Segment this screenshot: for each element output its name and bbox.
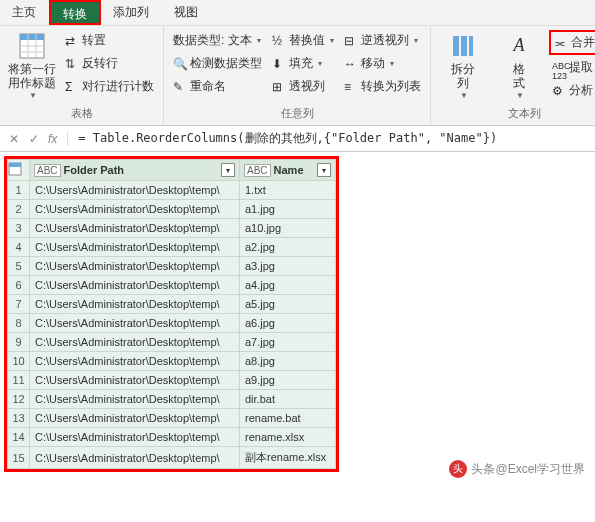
detect-type-button[interactable]: 🔍 检测数据类型 [170, 53, 265, 74]
table-row[interactable]: 12C:\Users\Administrator\Desktop\temp\di… [8, 390, 336, 409]
cell-folder-path[interactable]: C:\Users\Administrator\Desktop\temp\ [30, 295, 240, 314]
cell-name[interactable]: a2.jpg [240, 238, 336, 257]
close-icon[interactable]: ✕ [4, 132, 24, 146]
cell-name[interactable]: 副本rename.xlsx [240, 447, 336, 469]
cell-folder-path[interactable]: C:\Users\Administrator\Desktop\temp\ [30, 409, 240, 428]
table-row[interactable]: 5C:\Users\Administrator\Desktop\temp\a3.… [8, 257, 336, 276]
extract-button[interactable]: ABC123 提取 ▾ [549, 57, 595, 78]
cell-name[interactable]: a8.jpg [240, 352, 336, 371]
rename-button[interactable]: ✎ 重命名 [170, 76, 265, 97]
row-number[interactable]: 14 [8, 428, 30, 447]
replace-values-button[interactable]: ½ 替换值 ▾ [269, 30, 337, 51]
cell-name[interactable]: a4.jpg [240, 276, 336, 295]
cell-name[interactable]: a5.jpg [240, 295, 336, 314]
chevron-down-icon: ▾ [318, 59, 322, 68]
table-row[interactable]: 9C:\Users\Administrator\Desktop\temp\a7.… [8, 333, 336, 352]
tab-add-column[interactable]: 添加列 [101, 0, 162, 25]
use-first-row-headers-button[interactable]: 将第一行 用作标题 ▼ [6, 30, 58, 102]
row-number[interactable]: 7 [8, 295, 30, 314]
cell-folder-path[interactable]: C:\Users\Administrator\Desktop\temp\ [30, 352, 240, 371]
table-row[interactable]: 13C:\Users\Administrator\Desktop\temp\re… [8, 409, 336, 428]
cell-folder-path[interactable]: C:\Users\Administrator\Desktop\temp\ [30, 447, 240, 469]
cell-name[interactable]: dir.bat [240, 390, 336, 409]
button-label: 转换为列表 [361, 78, 421, 95]
to-list-button[interactable]: ≡ 转换为列表 [341, 76, 424, 97]
table-row[interactable]: 2C:\Users\Administrator\Desktop\temp\a1.… [8, 200, 336, 219]
table-row[interactable]: 15C:\Users\Administrator\Desktop\temp\副本… [8, 447, 336, 469]
check-icon[interactable]: ✓ [24, 132, 44, 146]
tab-view[interactable]: 视图 [162, 0, 211, 25]
unpivot-button[interactable]: ⊟ 逆透视列 ▾ [341, 30, 424, 51]
cell-name[interactable]: a3.jpg [240, 257, 336, 276]
parse-button[interactable]: ⚙ 分析 ▾ [549, 80, 595, 101]
reverse-rows-button[interactable]: ⇅ 反转行 [62, 53, 157, 74]
table-row[interactable]: 11C:\Users\Administrator\Desktop\temp\a9… [8, 371, 336, 390]
split-column-button[interactable]: 拆分 列 ▼ [437, 30, 489, 102]
tab-home[interactable]: 主页 [0, 0, 49, 25]
row-number[interactable]: 8 [8, 314, 30, 333]
data-type-button[interactable]: 数据类型: 文本 ▾ [170, 30, 265, 51]
group-table: 将第一行 用作标题 ▼ ⇄ 转置 ⇅ 反转行 Σ 对行进行计数 表格 [0, 26, 164, 125]
cell-name[interactable]: a9.jpg [240, 371, 336, 390]
row-number[interactable]: 4 [8, 238, 30, 257]
row-number[interactable]: 2 [8, 200, 30, 219]
row-number[interactable]: 6 [8, 276, 30, 295]
count-rows-button[interactable]: Σ 对行进行计数 [62, 76, 157, 97]
table-row[interactable]: 4C:\Users\Administrator\Desktop\temp\a2.… [8, 238, 336, 257]
pivot-button[interactable]: ⊞ 透视列 [269, 76, 337, 97]
cell-folder-path[interactable]: C:\Users\Administrator\Desktop\temp\ [30, 257, 240, 276]
cell-folder-path[interactable]: C:\Users\Administrator\Desktop\temp\ [30, 181, 240, 200]
row-number[interactable]: 15 [8, 447, 30, 469]
button-label: 反转行 [82, 55, 118, 72]
group-text-column: 拆分 列 ▼ A 格 式 ▼ ⫘ 合并列 ABC123 提取 ▾ ⚙ [431, 26, 595, 125]
formula-bar: ✕ ✓ fx = Table.ReorderColumns(删除的其他列,{"F… [0, 126, 595, 152]
cell-name[interactable]: a10.jpg [240, 219, 336, 238]
cell-name[interactable]: a6.jpg [240, 314, 336, 333]
cell-folder-path[interactable]: C:\Users\Administrator\Desktop\temp\ [30, 333, 240, 352]
cell-folder-path[interactable]: C:\Users\Administrator\Desktop\temp\ [30, 371, 240, 390]
cell-folder-path[interactable]: C:\Users\Administrator\Desktop\temp\ [30, 200, 240, 219]
row-number[interactable]: 3 [8, 219, 30, 238]
row-number[interactable]: 12 [8, 390, 30, 409]
row-number[interactable]: 13 [8, 409, 30, 428]
watermark-text: 头条@Excel学习世界 [471, 461, 585, 478]
cell-name[interactable]: 1.txt [240, 181, 336, 200]
table-row[interactable]: 3C:\Users\Administrator\Desktop\temp\a10… [8, 219, 336, 238]
column-header-name[interactable]: ABC Name ▾ [240, 160, 336, 181]
filter-button[interactable]: ▾ [317, 163, 331, 177]
cell-folder-path[interactable]: C:\Users\Administrator\Desktop\temp\ [30, 238, 240, 257]
cell-folder-path[interactable]: C:\Users\Administrator\Desktop\temp\ [30, 219, 240, 238]
merge-columns-button[interactable]: ⫘ 合并列 [549, 30, 595, 55]
cell-folder-path[interactable]: C:\Users\Administrator\Desktop\temp\ [30, 428, 240, 447]
table-row[interactable]: 1C:\Users\Administrator\Desktop\temp\1.t… [8, 181, 336, 200]
cell-folder-path[interactable]: C:\Users\Administrator\Desktop\temp\ [30, 314, 240, 333]
split-icon [449, 32, 477, 60]
move-button[interactable]: ↔ 移动 ▾ [341, 53, 424, 74]
unpivot-icon: ⊟ [344, 34, 358, 48]
tab-transform[interactable]: 转换 [49, 0, 101, 25]
cell-name[interactable]: rename.xlsx [240, 428, 336, 447]
row-number[interactable]: 10 [8, 352, 30, 371]
cell-name[interactable]: a7.jpg [240, 333, 336, 352]
row-number[interactable]: 5 [8, 257, 30, 276]
table-row[interactable]: 8C:\Users\Administrator\Desktop\temp\a6.… [8, 314, 336, 333]
table-row[interactable]: 10C:\Users\Administrator\Desktop\temp\a8… [8, 352, 336, 371]
row-number[interactable]: 9 [8, 333, 30, 352]
cell-folder-path[interactable]: C:\Users\Administrator\Desktop\temp\ [30, 276, 240, 295]
column-header-folder-path[interactable]: ABC Folder Path ▾ [30, 160, 240, 181]
cell-name[interactable]: rename.bat [240, 409, 336, 428]
formula-text[interactable]: = Table.ReorderColumns(删除的其他列,{"Folder P… [78, 130, 595, 147]
table-row[interactable]: 7C:\Users\Administrator\Desktop\temp\a5.… [8, 295, 336, 314]
cell-name[interactable]: a1.jpg [240, 200, 336, 219]
table-row[interactable]: 6C:\Users\Administrator\Desktop\temp\a4.… [8, 276, 336, 295]
detect-icon: 🔍 [173, 57, 187, 71]
cell-folder-path[interactable]: C:\Users\Administrator\Desktop\temp\ [30, 390, 240, 409]
fill-button[interactable]: ⬇ 填充 ▾ [269, 53, 337, 74]
row-number[interactable]: 1 [8, 181, 30, 200]
row-number[interactable]: 11 [8, 371, 30, 390]
table-row[interactable]: 14C:\Users\Administrator\Desktop\temp\re… [8, 428, 336, 447]
transpose-button[interactable]: ⇄ 转置 [62, 30, 157, 51]
format-button[interactable]: A 格 式 ▼ [493, 30, 545, 102]
filter-button[interactable]: ▾ [221, 163, 235, 177]
table-corner[interactable] [8, 160, 30, 181]
